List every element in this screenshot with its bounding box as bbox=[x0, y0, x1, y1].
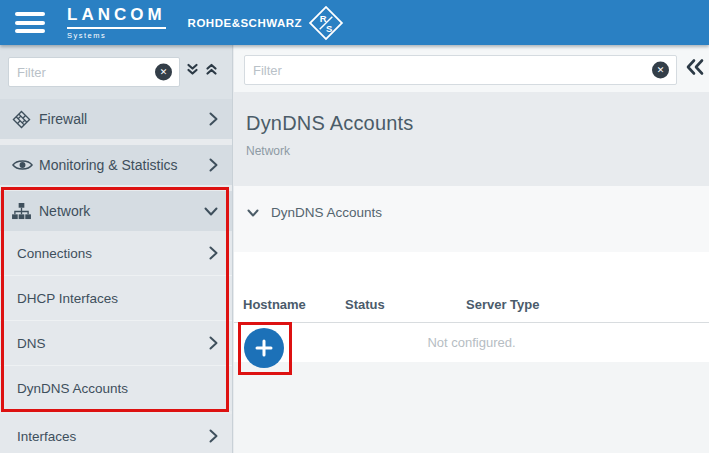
menu-icon[interactable] bbox=[15, 12, 45, 33]
chevron-down-icon bbox=[247, 209, 259, 217]
column-header-server-type: Server Type bbox=[466, 297, 709, 312]
rohde-schwarz-logo-icon: R S bbox=[308, 5, 344, 41]
section-dyndns-accounts[interactable]: DynDNS Accounts bbox=[234, 186, 709, 220]
sidebar-item-dhcp-interfaces[interactable]: DHCP Interfaces bbox=[0, 276, 232, 321]
clear-filter-icon[interactable]: ✕ bbox=[652, 62, 669, 79]
sidebar-filter-field: ✕ bbox=[8, 57, 180, 87]
page-body: DynDNS Accounts Hostname Status Server T… bbox=[234, 186, 709, 453]
sidebar-item-interfaces[interactable]: Interfaces bbox=[0, 414, 232, 453]
svg-text:S: S bbox=[326, 23, 332, 34]
table-header-row: Hostname Status Server Type bbox=[234, 286, 709, 323]
webconfig-app: LANCOM Systems ROHDE&SCHWARZ R S ✕ bbox=[0, 0, 709, 453]
column-header-hostname: Hostname bbox=[234, 297, 345, 312]
page-header: DynDNS Accounts Network bbox=[234, 92, 709, 186]
chevron-down-icon bbox=[204, 207, 218, 216]
sidebar: ✕ Firewall bbox=[0, 45, 233, 453]
sidebar-item-monitoring-statistics[interactable]: Monitoring & Statistics bbox=[0, 145, 232, 185]
sidebar-item-label: Monitoring & Statistics bbox=[39, 157, 209, 173]
app-header: LANCOM Systems ROHDE&SCHWARZ R S bbox=[0, 0, 709, 45]
sidebar-item-label: DHCP Interfaces bbox=[17, 291, 218, 306]
sidebar-item-label: Interfaces bbox=[17, 429, 209, 444]
add-entry-button[interactable] bbox=[244, 328, 284, 368]
sidebar-item-network[interactable]: Network bbox=[0, 191, 232, 231]
collapse-all-icon[interactable] bbox=[205, 63, 218, 76]
sidebar-filter-bar: ✕ bbox=[0, 45, 232, 99]
network-submenu: Connections DHCP Interfaces DNS DynDNS A… bbox=[0, 231, 232, 453]
breadcrumb: Network bbox=[246, 144, 709, 158]
chevron-right-icon bbox=[209, 246, 218, 260]
table-empty-message: Not configured. bbox=[234, 323, 709, 362]
chevron-right-icon bbox=[209, 158, 218, 172]
page-title: DynDNS Accounts bbox=[246, 112, 709, 135]
chevron-right-icon bbox=[209, 336, 218, 350]
firewall-icon bbox=[12, 110, 36, 129]
sidebar-nav: Firewall Monitoring & Statistics bbox=[0, 99, 232, 453]
sidebar-item-dyndns-accounts[interactable]: DynDNS Accounts bbox=[0, 366, 232, 411]
sidebar-item-firewall[interactable]: Firewall bbox=[0, 99, 232, 139]
main-filter-bar: ✕ bbox=[234, 45, 709, 92]
main-filter-field: ✕ bbox=[244, 55, 677, 85]
lancom-logo: LANCOM Systems bbox=[67, 6, 166, 40]
sidebar-item-connections[interactable]: Connections bbox=[0, 231, 232, 276]
main-filter-input[interactable] bbox=[253, 56, 650, 84]
collapse-sidebar-icon[interactable] bbox=[685, 58, 705, 76]
dyndns-table: Hostname Status Server Type Not configur… bbox=[234, 252, 709, 362]
main-content: ✕ DynDNS Accounts Network DynDNS Account… bbox=[234, 45, 709, 453]
expand-all-icon[interactable] bbox=[186, 63, 199, 76]
column-header-status: Status bbox=[345, 297, 466, 312]
sidebar-item-label: DNS bbox=[17, 336, 209, 351]
rohde-schwarz-label: ROHDE&SCHWARZ bbox=[188, 17, 302, 29]
sidebar-filter-input[interactable] bbox=[17, 58, 153, 86]
network-icon bbox=[12, 203, 36, 220]
clear-filter-icon[interactable]: ✕ bbox=[155, 64, 172, 81]
chevron-right-icon bbox=[209, 112, 218, 126]
sidebar-item-label: Network bbox=[39, 203, 204, 219]
section-title: DynDNS Accounts bbox=[271, 205, 382, 220]
sidebar-item-label: Connections bbox=[17, 246, 209, 261]
sidebar-item-label: DynDNS Accounts bbox=[17, 381, 218, 396]
content-footer-area bbox=[234, 362, 709, 453]
brand-subtitle: Systems bbox=[67, 31, 166, 40]
sidebar-item-dns[interactable]: DNS bbox=[0, 321, 232, 366]
chevron-right-icon bbox=[209, 429, 218, 443]
eye-icon bbox=[12, 158, 36, 172]
sidebar-item-label: Firewall bbox=[39, 111, 209, 127]
plus-icon bbox=[255, 339, 273, 357]
brand-name: LANCOM bbox=[67, 6, 166, 29]
